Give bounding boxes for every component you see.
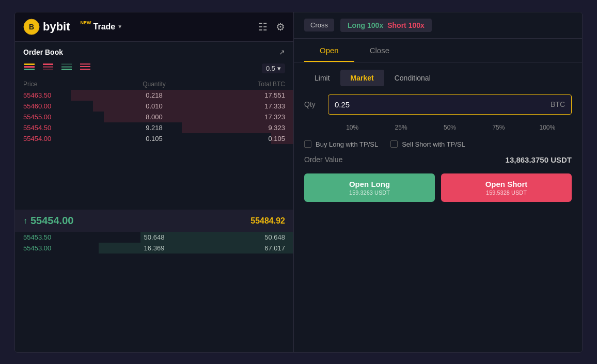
trade-label: Trade — [93, 22, 116, 31]
svg-rect-7 — [43, 69, 53, 70]
open-long-sub: 159.3263 USDT — [349, 189, 390, 196]
trade-arrow: ▼ — [117, 24, 122, 29]
filter-lines-icon[interactable] — [79, 62, 91, 74]
tab-open[interactable]: Open — [304, 39, 354, 62]
logo-text: bybit — [43, 20, 70, 34]
tab-close[interactable]: Close — [354, 39, 405, 62]
leverage-container: Long 100x Short 100x — [340, 19, 432, 32]
qty-label: Qty — [304, 100, 320, 108]
right-panel: Cross Long 100x Short 100x Open Close Li… — [294, 12, 582, 352]
long-leverage: Long 100x — [348, 21, 383, 29]
open-close-tabs: Open Close — [294, 39, 582, 62]
svg-rect-9 — [61, 66, 72, 68]
new-badge: NEW — [81, 20, 91, 25]
order-type-tabs: Limit Market Conditional — [294, 62, 582, 86]
expand-icon[interactable]: ↗ — [279, 48, 285, 56]
svg-text:B: B — [29, 23, 34, 31]
pct-75[interactable]: 75% — [474, 122, 523, 133]
col-price: Price — [23, 81, 111, 88]
svg-rect-10 — [61, 69, 72, 70]
sell-short-tpsl-label: Sell Short with TP/SL — [402, 140, 465, 148]
svg-rect-13 — [80, 69, 90, 70]
current-price-value: 55454.00 — [30, 215, 73, 227]
open-short-sub: 159.5328 USDT — [486, 189, 527, 196]
open-short-label: Open Short — [485, 180, 528, 188]
trade-button[interactable]: NEW Trade ▼ — [81, 22, 123, 31]
col-quantity: Quantity — [111, 81, 198, 88]
pct-25[interactable]: 25% — [376, 122, 425, 133]
market-price: 55484.92 — [250, 216, 285, 226]
sell-rows: 55463.50 0.218 17.551 55460.00 0.010 17.… — [15, 90, 293, 210]
table-row: 55460.00 0.010 17.333 — [15, 101, 293, 112]
svg-rect-12 — [80, 66, 90, 67]
qty-unit: BTC — [544, 100, 571, 108]
svg-rect-6 — [43, 66, 53, 68]
layout-icon[interactable]: ☷ — [258, 21, 268, 33]
order-book-section: Order Book ↗ — [15, 42, 293, 352]
filter-all-icon[interactable] — [23, 62, 36, 74]
checkbox-row: Buy Long with TP/SL Sell Short with TP/S… — [304, 140, 572, 148]
buy-long-tpsl-box — [304, 140, 311, 148]
qty-row: Qty BTC — [304, 94, 572, 115]
increment-arrow: ▾ — [277, 65, 281, 72]
svg-rect-4 — [24, 69, 35, 70]
pct-50[interactable]: 50% — [426, 122, 474, 133]
table-row: 55463.50 0.218 17.551 — [15, 90, 293, 101]
ob-increment[interactable]: 0.5 ▾ — [262, 64, 285, 73]
order-book-header: Order Book ↗ — [15, 42, 293, 60]
current-price-row: ↑ 55454.00 55484.92 — [15, 210, 293, 232]
open-long-button[interactable]: Open Long 159.3263 USDT — [304, 173, 435, 202]
logo-icon: B — [23, 19, 40, 35]
buy-rows: 55453.50 50.648 50.648 55453.00 16.369 6… — [15, 232, 293, 352]
right-top: Cross Long 100x Short 100x — [294, 12, 582, 39]
order-value-label: Order Value — [304, 155, 342, 164]
logo-area: B bybit — [23, 19, 70, 35]
header-icons: ☷ ⚙ — [258, 21, 285, 33]
ob-table-header: Price Quantity Total BTC — [15, 78, 293, 90]
svg-rect-2 — [24, 64, 35, 65]
current-price: ↑ 55454.00 — [23, 215, 73, 227]
left-panel: B bybit NEW Trade ▼ ☷ ⚙ Order Book ↗ — [15, 12, 294, 352]
svg-rect-11 — [80, 64, 90, 65]
sell-short-tpsl-checkbox[interactable]: Sell Short with TP/SL — [390, 140, 465, 148]
tab-limit[interactable]: Limit — [304, 70, 340, 86]
open-long-label: Open Long — [349, 180, 390, 188]
svg-rect-8 — [61, 64, 72, 65]
table-row: 55454.00 0.105 0.105 — [15, 133, 293, 144]
buy-long-tpsl-label: Buy Long with TP/SL — [316, 140, 378, 148]
cross-button[interactable]: Cross — [304, 19, 334, 31]
pct-100[interactable]: 100% — [523, 122, 572, 133]
table-row: 55453.00 16.369 67.017 — [15, 243, 293, 254]
qty-input[interactable] — [328, 95, 544, 114]
header: B bybit NEW Trade ▼ ☷ ⚙ — [15, 12, 293, 42]
sell-short-tpsl-box — [390, 140, 398, 148]
svg-rect-3 — [24, 66, 35, 68]
order-book-title: Order Book — [23, 48, 63, 56]
table-row: 55455.00 8.000 17.323 — [15, 112, 293, 122]
qty-input-wrap: BTC — [328, 94, 572, 115]
ob-controls: 0.5 ▾ — [15, 60, 293, 78]
order-value-row: Order Value 13,863.3750 USDT — [304, 155, 572, 164]
tab-conditional[interactable]: Conditional — [384, 70, 441, 86]
order-form: Qty BTC 10% 25% 50% 75% 100% Buy Long wi… — [294, 86, 582, 210]
action-buttons: Open Long 159.3263 USDT Open Short 159.5… — [304, 173, 572, 202]
increment-value: 0.5 — [266, 65, 275, 72]
filter-sell-icon[interactable] — [42, 62, 54, 74]
open-short-button[interactable]: Open Short 159.5328 USDT — [441, 173, 572, 202]
order-value: 13,863.3750 USDT — [506, 155, 572, 164]
price-arrow-icon: ↑ — [23, 216, 27, 226]
short-leverage: Short 100x — [387, 21, 425, 29]
table-row: 55453.50 50.648 50.648 — [15, 232, 293, 243]
settings-icon[interactable]: ⚙ — [276, 21, 285, 33]
pct-10[interactable]: 10% — [328, 122, 376, 133]
tab-market[interactable]: Market — [340, 70, 384, 86]
svg-rect-5 — [43, 64, 53, 65]
buy-long-tpsl-checkbox[interactable]: Buy Long with TP/SL — [304, 140, 378, 148]
filter-buy-icon[interactable] — [60, 62, 73, 74]
table-row: 55454.50 9.218 9.323 — [15, 122, 293, 133]
col-total: Total BTC — [198, 81, 285, 88]
percentage-row: 10% 25% 50% 75% 100% — [328, 122, 572, 133]
